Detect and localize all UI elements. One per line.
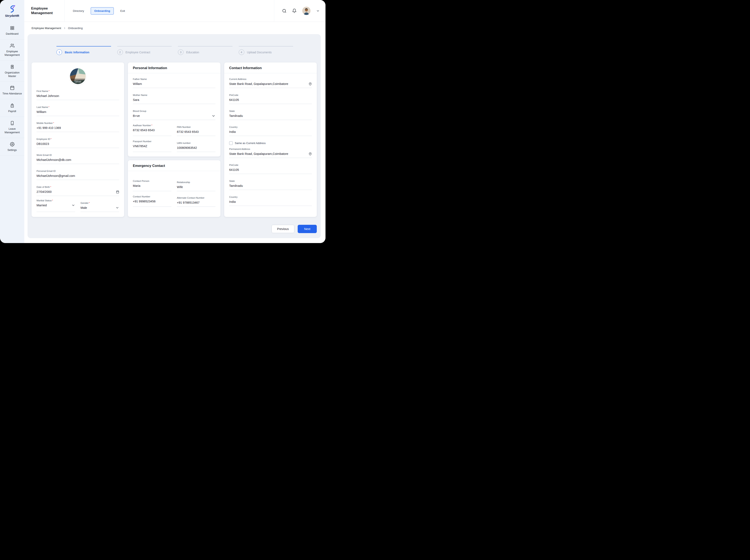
contact-person-input[interactable]: Maria (133, 184, 140, 187)
contact-number-input[interactable]: +91 9998523456 (133, 200, 156, 203)
field-label: Blood Group (133, 110, 215, 112)
sidebar-item-label: Time Attendance (2, 92, 22, 96)
blood-group-select[interactable]: B+ve (133, 114, 140, 118)
field-label: Alternate Contact Number (177, 197, 215, 199)
step-upload-documents[interactable]: 4 Upload Documents (239, 46, 293, 55)
map-pin-icon[interactable] (309, 152, 312, 156)
chevron-down-icon[interactable] (115, 206, 119, 209)
breadcrumb-parent[interactable]: Employee Management (32, 26, 61, 30)
uan-number-input[interactable]: 100809063542 (177, 146, 197, 149)
next-button[interactable]: Next (298, 225, 317, 233)
step-label: Education (186, 51, 199, 54)
tab-onboarding[interactable]: Onboarding (91, 7, 114, 15)
marital-status-select[interactable]: Married (37, 204, 47, 207)
sidebar-item-employee-management[interactable]: Employee Management (0, 39, 24, 61)
field-label: Country (229, 196, 312, 198)
chevron-down-icon[interactable] (212, 114, 215, 118)
required-marker: * (152, 124, 152, 127)
sidebar-item-leave-management[interactable]: Leave Management (0, 117, 24, 138)
field-label: Country (229, 126, 312, 128)
tab-directory[interactable]: Directory (73, 7, 84, 14)
user-menu-chevron-down-icon[interactable] (316, 9, 320, 13)
required-marker: * (50, 186, 51, 188)
current-country-input[interactable]: India (229, 130, 236, 134)
personal-email-input[interactable]: MichaelJohnson@gmail.com (37, 174, 75, 178)
brand-logo[interactable]: StrydeHR (0, 0, 24, 22)
permanent-address-input[interactable]: State Bank Road, Gopalapuram,Coimbatore (229, 152, 288, 156)
current-state-input[interactable]: Tamilnadu (229, 114, 243, 118)
permanent-state-input[interactable]: Tamilnadu (229, 184, 243, 187)
form-cards: Upload First Name* Michael Johnson Last … (32, 62, 317, 217)
basic-information-card: Upload First Name* Michael Johnson Last … (32, 62, 124, 217)
pan-number-input[interactable]: 8732 6543 6543 (177, 130, 199, 134)
field-employee-id: Employee ID* DB10023 (37, 138, 119, 148)
field-label: Contact Person (133, 180, 172, 182)
field-label: Date of Birth* (37, 186, 119, 188)
field-permanent-pincode: PinCode 641105 (229, 164, 312, 174)
step-number: 1 (57, 49, 62, 55)
calendar-picker-icon[interactable] (116, 190, 119, 194)
search-icon[interactable] (282, 9, 287, 13)
onboarding-stepper: 1 Basic Information 2 Employee Contract … (57, 46, 293, 55)
current-address-input[interactable]: State Bank Road, Gopalapuram,Coimbatore (229, 82, 288, 85)
aadhaar-number-input[interactable]: 8732 6543 6543 (133, 128, 155, 132)
current-pincode-input[interactable]: 641105 (229, 98, 239, 101)
date-of-birth-input[interactable]: 27/04/2000 (37, 190, 52, 194)
field-label: Mother Name (133, 94, 215, 96)
sidebar-item-label: Dashboard (6, 32, 18, 36)
required-marker: * (89, 202, 90, 204)
field-permanent-country: Country India (229, 196, 312, 206)
permanent-country-input[interactable]: India (229, 200, 236, 203)
field-pan-number: PAN Number 8732 6543 6543 (177, 126, 215, 136)
last-name-input[interactable]: William (37, 110, 46, 114)
step-basic-information[interactable]: 1 Basic Information (57, 46, 111, 55)
gender-select[interactable]: Male (81, 206, 87, 209)
field-label: Gender* (81, 202, 119, 204)
organization-icon (10, 64, 15, 69)
field-contact-number: Contact Number +91 9998523456 (133, 195, 172, 207)
relationship-input[interactable]: Wife (177, 185, 183, 189)
mobile-number-input[interactable]: +91 999 410 1369 (37, 126, 61, 129)
step-education[interactable]: 3 Education (178, 46, 233, 55)
alternate-contact-number-input[interactable]: +91 9788513467 (177, 201, 199, 204)
card-title: Contact Information (224, 62, 317, 73)
sidebar-item-settings[interactable]: Settings (0, 138, 24, 156)
sidebar-item-time-attendance[interactable]: Time Attendance (0, 82, 24, 99)
map-pin-icon[interactable] (309, 82, 312, 85)
strydehr-logo-icon (8, 4, 17, 13)
step-employee-contract[interactable]: 2 Employee Contract (117, 46, 172, 55)
sidebar-item-payroll[interactable]: Payroll (0, 99, 24, 117)
sidebar-item-organization-master[interactable]: Organization Master (0, 61, 24, 82)
user-avatar[interactable] (302, 7, 311, 15)
tab-exit[interactable]: Exit (120, 7, 125, 14)
field-label: State (229, 110, 312, 112)
passport-number-input[interactable]: VN67854Z (133, 144, 147, 148)
notifications-bell-icon[interactable] (292, 8, 297, 13)
employees-icon (10, 43, 15, 48)
work-email-input[interactable]: MichaelJohnson@db.com (37, 158, 71, 161)
previous-button[interactable]: Previous (272, 225, 294, 233)
field-label: Contact Number (133, 195, 172, 198)
field-permanent-state: State Tamilnadu (229, 180, 312, 190)
field-label: Personal Email ID (37, 170, 119, 172)
field-father-name: Father Name Willam (133, 78, 215, 88)
employee-id-input[interactable]: DB10023 (37, 142, 49, 145)
same-as-current-checkbox[interactable] (229, 141, 233, 145)
breadcrumb-current[interactable]: Onboarding (68, 26, 83, 30)
first-name-input[interactable]: Michael Johnson (37, 94, 59, 98)
field-permanent-address: Permanent Address State Bank Road, Gopal… (229, 148, 312, 158)
chevron-right-icon (63, 27, 66, 29)
field-current-pincode: PinCode 641105 (229, 94, 312, 104)
field-label: Passport Number (133, 140, 172, 143)
field-label: Aadhaar Number* (133, 124, 172, 127)
permanent-pincode-input[interactable]: 641105 (229, 168, 239, 172)
photo-upload-button[interactable]: Upload (70, 68, 86, 84)
father-name-input[interactable]: Willam (133, 82, 142, 85)
field-passport-number: Passport Number VN67854Z (133, 140, 172, 152)
field-date-of-birth: Date of Birth* 27/04/2000 (37, 186, 119, 196)
field-contact-person: Contact Person Maria (133, 180, 172, 191)
mother-name-input[interactable]: Sara (133, 98, 139, 101)
chevron-down-icon[interactable] (72, 203, 75, 207)
topbar-tabs: Directory Onboarding Exit (73, 7, 125, 15)
sidebar-item-dashboard[interactable]: Dashboard (0, 22, 24, 39)
